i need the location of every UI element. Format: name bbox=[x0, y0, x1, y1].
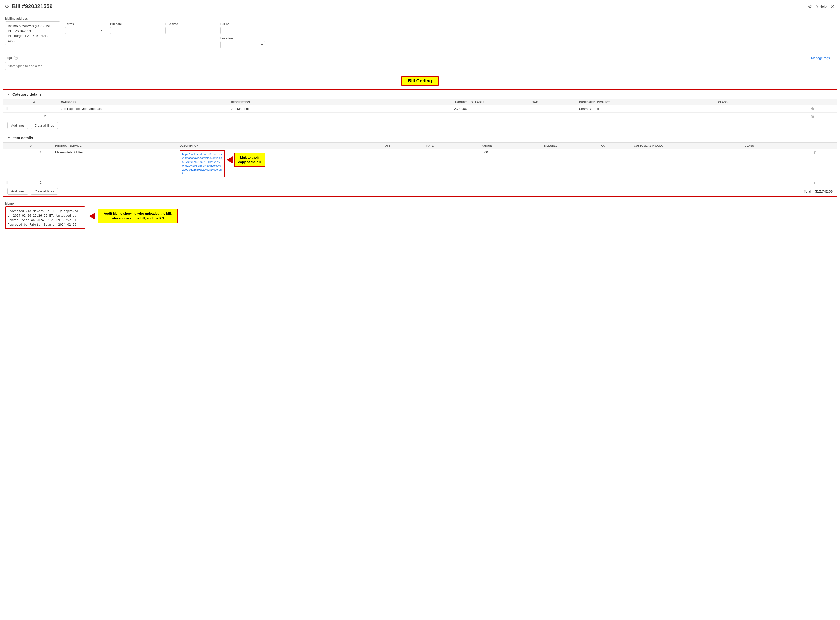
delete-row-icon[interactable]: 🗑 bbox=[814, 150, 817, 154]
col-rate: RATE bbox=[424, 143, 479, 149]
mailing-address-label: Mailing address bbox=[5, 17, 60, 20]
total-row: Total $12,742.06 bbox=[804, 190, 833, 193]
col-product-service: PRODUCT/SERVICE bbox=[53, 143, 177, 149]
due-date-input[interactable]: 10/06/2023 bbox=[165, 27, 215, 34]
col-drag bbox=[3, 143, 28, 149]
category-add-lines-button[interactable]: Add lines bbox=[7, 122, 28, 129]
bill-no-label: Bill no. bbox=[220, 22, 266, 26]
bill-no-input[interactable]: 920321559 bbox=[220, 27, 260, 34]
delete-row-icon[interactable]: 🗑 bbox=[814, 181, 817, 185]
section-divider bbox=[3, 132, 837, 132]
rate-value bbox=[424, 179, 479, 187]
category-table: # CATEGORY DESCRIPTION AMOUNT BILLABLE T… bbox=[3, 99, 837, 120]
description-link-popup: https://makers-demo.s3.us-west-2.amazona… bbox=[180, 150, 225, 178]
close-button[interactable]: ✕ bbox=[831, 3, 835, 9]
item-add-lines-button[interactable]: Add lines bbox=[7, 188, 28, 195]
col-tax: TAX bbox=[530, 99, 577, 105]
col-qty: QTY bbox=[383, 143, 424, 149]
bill-coding-section: ▼ Category details # CATEGORY DESCRIPTIO… bbox=[3, 89, 837, 197]
bill-date-group: Bill date 09/06/2023 bbox=[110, 22, 160, 34]
terms-select-wrap[interactable]: ▼ bbox=[65, 27, 105, 34]
tax-value bbox=[597, 179, 632, 187]
help-circle-icon: ? bbox=[816, 4, 819, 9]
terms-select[interactable] bbox=[65, 27, 105, 34]
billable-value bbox=[469, 113, 530, 120]
due-date-group: Due date 10/06/2023 bbox=[165, 22, 215, 34]
category-section-title: Category details bbox=[12, 92, 42, 96]
tags-help-icon: ? bbox=[14, 56, 18, 60]
terms-label: Terms bbox=[65, 22, 105, 26]
category-clear-all-lines-button[interactable]: Clear all lines bbox=[30, 122, 58, 129]
memo-section: Memo Processed via MakersHub. Fully appr… bbox=[0, 199, 840, 234]
col-class: CLASS bbox=[716, 99, 809, 105]
bill-coding-annotation-wrap: Bill Coding bbox=[0, 74, 840, 88]
refresh-icon[interactable]: ⟳ bbox=[5, 3, 9, 9]
title-bar: ⟳ Bill #920321559 ⚙ ? Help ✕ bbox=[0, 0, 840, 13]
tags-input[interactable] bbox=[5, 62, 190, 70]
class-value bbox=[716, 105, 809, 113]
memo-label: Memo bbox=[5, 202, 835, 205]
tax-value bbox=[597, 149, 632, 179]
amount-value bbox=[384, 113, 469, 120]
item-table: # PRODUCT/SERVICE DESCRIPTION QTY RATE A… bbox=[3, 142, 837, 187]
col-amount: AMOUNT bbox=[384, 99, 469, 105]
col-customer-project: CUSTOMER / PROJECT bbox=[632, 143, 742, 149]
category-section-header: ▼ Category details bbox=[3, 90, 837, 99]
due-date-label: Due date bbox=[165, 22, 215, 26]
mailing-address-value: Belimo Aircontrols (USA), Inc PO Box 347… bbox=[5, 21, 60, 45]
delete-row-icon[interactable]: 🗑 bbox=[811, 107, 814, 111]
form-row-main: Mailing address Belimo Aircontrols (USA)… bbox=[5, 17, 835, 48]
drag-handle[interactable]: ⠿ bbox=[5, 114, 8, 118]
manage-tags-link[interactable]: Manage tags bbox=[811, 56, 830, 60]
item-table-actions: Add lines Clear all lines bbox=[7, 188, 58, 195]
billable-value bbox=[542, 149, 597, 179]
tax-value bbox=[530, 113, 577, 120]
category-collapse-icon[interactable]: ▼ bbox=[7, 93, 10, 96]
location-group: Location ▼ bbox=[220, 36, 266, 48]
tags-row: Tags ? Manage tags bbox=[0, 56, 840, 62]
bill-date-input[interactable]: 09/06/2023 bbox=[110, 27, 160, 34]
location-select[interactable] bbox=[220, 41, 266, 48]
col-class: CLASS bbox=[742, 143, 812, 149]
memo-content: Processed via MakersHub. Fully approved … bbox=[5, 206, 835, 230]
description-value bbox=[177, 179, 383, 187]
drag-handle[interactable]: ⠿ bbox=[5, 107, 8, 111]
memo-box-wrap: Processed via MakersHub. Fully approved … bbox=[5, 206, 85, 230]
page-title: Bill #920321559 bbox=[12, 3, 53, 9]
col-customer-project: CUSTOMER / PROJECT bbox=[577, 99, 716, 105]
drag-handle[interactable]: ⠿ bbox=[5, 181, 8, 185]
item-clear-all-lines-button[interactable]: Clear all lines bbox=[30, 188, 58, 195]
location-label: Location bbox=[220, 36, 266, 40]
bill-no-location-group: Bill no. 920321559 Location ▼ bbox=[220, 22, 266, 48]
location-select-wrap[interactable]: ▼ bbox=[220, 41, 266, 48]
col-description: DESCRIPTION bbox=[177, 143, 383, 149]
col-drag bbox=[3, 99, 31, 105]
settings-icon[interactable]: ⚙ bbox=[808, 3, 812, 9]
col-description: DESCRIPTION bbox=[229, 99, 383, 105]
customer-project-value: Shara Barnett bbox=[577, 105, 716, 113]
table-row: ⠿ 1 Job Expenses:Job Materials Job Mater… bbox=[3, 105, 837, 113]
class-value bbox=[716, 113, 809, 120]
item-section-title: Item details bbox=[12, 135, 33, 140]
drag-handle[interactable]: ⠿ bbox=[5, 150, 8, 154]
table-row: ⠿ 1 MakersHub Bill Record https://makers… bbox=[3, 149, 837, 179]
table-row: ⠿ 2 🗑 bbox=[3, 113, 837, 120]
title-bar-left: ⟳ Bill #920321559 bbox=[5, 3, 53, 9]
col-tax: TAX bbox=[597, 143, 632, 149]
tags-label: Tags bbox=[5, 56, 12, 60]
memo-annotation-row: Audit Memo showing who uploaded the bill… bbox=[89, 209, 178, 223]
delete-row-icon[interactable]: 🗑 bbox=[811, 114, 814, 118]
col-delete bbox=[812, 143, 837, 149]
category-value bbox=[59, 113, 229, 120]
pdf-link-arrow bbox=[227, 157, 233, 163]
category-table-actions: Add lines Clear all lines bbox=[3, 120, 837, 131]
item-collapse-icon[interactable]: ▼ bbox=[7, 136, 10, 140]
help-button[interactable]: ? Help bbox=[816, 4, 827, 9]
form-section: Mailing address Belimo Aircontrols (USA)… bbox=[0, 13, 840, 56]
qty-value bbox=[383, 149, 424, 179]
memo-annotation: Audit Memo showing who uploaded the bill… bbox=[98, 209, 178, 223]
memo-textarea[interactable]: Processed via MakersHub. Fully approved … bbox=[5, 206, 85, 229]
rate-value bbox=[424, 149, 479, 179]
table-row: ⠿ 2 🗑 bbox=[3, 179, 837, 187]
title-bar-right: ⚙ ? Help ✕ bbox=[808, 3, 835, 9]
